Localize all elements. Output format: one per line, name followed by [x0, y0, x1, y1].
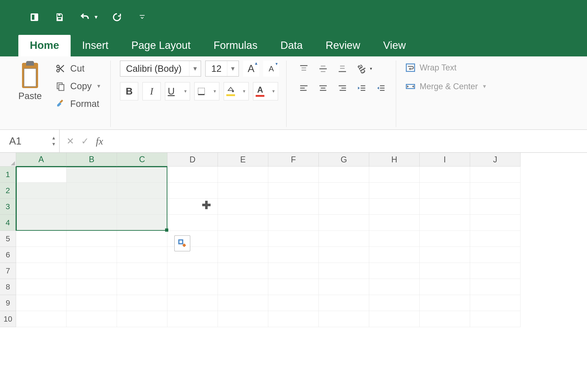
font-color-button[interactable]: A ▼ [253, 82, 278, 100]
cell[interactable] [420, 199, 470, 215]
decrease-indent-button[interactable] [354, 81, 370, 95]
underline-dropdown-icon[interactable]: ▼ [183, 89, 188, 94]
cell[interactable] [369, 166, 420, 182]
select-all-corner[interactable] [0, 153, 16, 166]
cell[interactable] [218, 263, 268, 279]
cell[interactable] [420, 215, 470, 231]
cell[interactable] [420, 311, 470, 327]
orientation-button[interactable]: ab ▼ [354, 62, 377, 76]
undo-dropdown-icon[interactable]: ▼ [93, 14, 99, 20]
cell[interactable] [218, 182, 268, 199]
row-header[interactable]: 6 [0, 247, 16, 263]
tab-formulas[interactable]: Formulas [202, 35, 269, 56]
cell[interactable] [470, 295, 521, 311]
cell[interactable] [117, 263, 167, 279]
formula-input[interactable] [110, 130, 587, 152]
align-top-button[interactable] [296, 62, 312, 76]
cell[interactable] [16, 263, 66, 279]
cell[interactable] [167, 279, 218, 295]
col-header-b[interactable]: B [66, 153, 117, 166]
cell[interactable] [66, 215, 117, 231]
cell[interactable] [66, 263, 117, 279]
col-header-d[interactable]: D [167, 153, 218, 166]
cell[interactable] [16, 311, 66, 327]
cell[interactable] [167, 295, 218, 311]
cell[interactable] [167, 263, 218, 279]
borders-button[interactable]: ▼ [194, 82, 219, 100]
cell[interactable] [117, 295, 167, 311]
cell[interactable] [369, 311, 420, 327]
cut-button[interactable]: Cut [53, 62, 103, 74]
font-color-dropdown-icon[interactable]: ▼ [271, 89, 276, 94]
font-size-combo[interactable]: 12 ▼ [205, 60, 239, 76]
cell[interactable] [66, 247, 117, 263]
col-header-a[interactable]: A [16, 153, 66, 166]
cell[interactable] [66, 166, 117, 182]
cell[interactable] [218, 247, 268, 263]
fx-label[interactable]: fx [96, 135, 103, 147]
row-header[interactable]: 7 [0, 263, 16, 279]
cell[interactable] [420, 247, 470, 263]
cell[interactable] [218, 231, 268, 247]
enter-formula-button[interactable]: ✓ [81, 136, 89, 146]
spreadsheet-grid[interactable]: A B C D E F G H I J 12345678910 ✚ [0, 153, 587, 392]
cell[interactable] [420, 279, 470, 295]
cell[interactable] [420, 231, 470, 247]
cell[interactable] [16, 231, 66, 247]
paste-button[interactable]: Paste [14, 60, 46, 127]
cell[interactable] [268, 215, 319, 231]
copy-dropdown-icon[interactable]: ▼ [96, 83, 101, 89]
cell[interactable] [167, 311, 218, 327]
borders-dropdown-icon[interactable]: ▼ [213, 89, 217, 94]
align-center-button[interactable] [315, 81, 331, 95]
cell[interactable] [66, 279, 117, 295]
merge-dropdown-icon[interactable]: ▼ [482, 84, 487, 90]
cell[interactable] [117, 311, 167, 327]
cell[interactable] [470, 166, 521, 182]
row-header[interactable]: 10 [0, 311, 16, 327]
redo-icon[interactable] [110, 10, 124, 24]
tab-page-layout[interactable]: Page Layout [120, 35, 202, 56]
cell[interactable] [117, 247, 167, 263]
fill-color-button[interactable]: ▼ [224, 82, 249, 100]
align-right-button[interactable] [334, 81, 350, 95]
cell[interactable] [470, 231, 521, 247]
cell[interactable] [319, 231, 369, 247]
cell[interactable] [218, 279, 268, 295]
cell[interactable] [117, 279, 167, 295]
cell[interactable] [66, 311, 117, 327]
cell[interactable] [268, 263, 319, 279]
row-header[interactable]: 1 [0, 166, 16, 182]
row-header[interactable]: 2 [0, 182, 16, 199]
cell[interactable] [268, 231, 319, 247]
cancel-formula-button[interactable]: ✕ [66, 136, 74, 146]
cell[interactable] [66, 295, 117, 311]
cell[interactable] [319, 182, 369, 199]
cell[interactable] [470, 263, 521, 279]
undo-button[interactable]: ▼ [78, 10, 99, 24]
align-left-button[interactable] [296, 81, 312, 95]
cell[interactable] [369, 215, 420, 231]
cell[interactable] [66, 199, 117, 215]
quick-analysis-button[interactable] [174, 235, 190, 252]
cell[interactable] [16, 279, 66, 295]
save-icon[interactable] [53, 10, 66, 24]
align-bottom-button[interactable] [334, 62, 350, 76]
row-header[interactable]: 8 [0, 279, 16, 295]
cell[interactable] [470, 247, 521, 263]
cell[interactable] [319, 166, 369, 182]
customize-qat-icon[interactable] [135, 10, 149, 24]
cell[interactable] [218, 166, 268, 182]
col-header-g[interactable]: G [319, 153, 369, 166]
cell[interactable] [66, 182, 117, 199]
format-painter-button[interactable]: Format [53, 98, 103, 110]
cell[interactable] [16, 199, 66, 215]
cell[interactable] [16, 215, 66, 231]
row-header[interactable]: 4 [0, 215, 16, 231]
cell[interactable] [167, 215, 218, 231]
cell[interactable] [268, 295, 319, 311]
col-header-j[interactable]: J [470, 153, 521, 166]
increase-indent-button[interactable] [373, 81, 389, 95]
row-header[interactable]: 3 [0, 199, 16, 215]
col-header-c[interactable]: C [117, 153, 167, 166]
